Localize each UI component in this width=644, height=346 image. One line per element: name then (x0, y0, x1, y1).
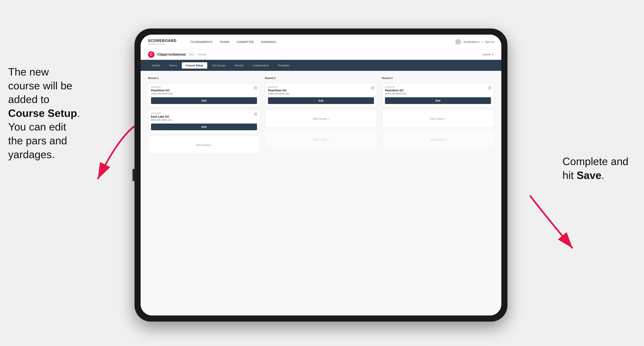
tabs-bar: Details Teams Course Setup Tee Groups Re… (140, 60, 501, 71)
round-1-course-a-tee: Yellow (M) (6629 yds) (151, 92, 257, 95)
cancel-x-icon: ✕ (492, 53, 494, 56)
round-3-course-a-name: Peachtree GC (385, 89, 491, 92)
tab-course-setup[interactable]: Course Setup (182, 62, 207, 69)
tablet-screen: SCOREBOARD Powered by clippd TOURNAMENTS… (140, 35, 501, 316)
round-2-course-a-edit-button[interactable]: Edit (268, 97, 374, 104)
round-3-add-course-disabled-button: Add Course + (382, 130, 494, 149)
tournament-bar: C Clippd Invitational Men Hosting Cancel… (140, 49, 501, 60)
annotation-left: The new course will be added to Course S… (8, 65, 84, 162)
round-1-course-b-tag: (Course B) (151, 112, 257, 114)
round-2-course-a-options-button[interactable]: ⊟ (370, 85, 375, 90)
tablet-frame: SCOREBOARD Powered by clippd TOURNAMENTS… (134, 28, 508, 322)
tab-tee-groups[interactable]: Tee Groups (208, 62, 230, 69)
round-3-course-a-options-button[interactable]: ⊟ (487, 85, 492, 90)
round-1-course-a-card: ⊟ (Course A) Peachtree GC Yellow (M) (66… (148, 83, 260, 107)
tournament-gender-badge: Men (188, 53, 196, 56)
top-nav: SCOREBOARD Powered by clippd TOURNAMENTS… (140, 35, 501, 49)
nav-right: blair@clippd.io | Sign out (455, 39, 494, 45)
round-3-add-course-disabled-label: Add Course + (430, 138, 446, 141)
round-2-course-a-tag: (Course A) (268, 86, 374, 88)
round-3-add-course-button[interactable]: Add Course + (382, 110, 494, 128)
round-2-add-course-label: Add Course + (313, 117, 329, 120)
tab-leaderboards[interactable]: Leaderboards (248, 62, 273, 69)
round-2-add-course-disabled-button: Add Course + (265, 130, 377, 149)
round-3-course-a-tee: Yellow (M) (6629 yds) (385, 92, 491, 95)
round-2-course-a-card: ⊟ (Course A) Peachtree GC Yellow (M) (66… (265, 83, 377, 107)
nav-separator: | (482, 40, 482, 43)
round-2-label: Round 2 (265, 77, 377, 80)
round-2-course-a-tee: Yellow (M) (6629 yds) (268, 92, 374, 95)
round-1-add-course-button[interactable]: Add Course + (148, 136, 260, 154)
annotation-right: Complete and hit Save. (562, 155, 632, 182)
round-1-add-course-label: Add Course + (196, 144, 212, 147)
round-3-label: Round 3 (382, 77, 494, 80)
round-2-column: Round 2 ⊟ (Course A) Peachtree GC Yellow… (265, 77, 377, 154)
round-3-course-a-card: ⊟ (Course A) Peachtree GC Yellow (M) (66… (382, 83, 494, 107)
nav-links: TOURNAMENTS TEAMS COMMITTEE RANKINGS (190, 40, 446, 43)
nav-link-tournaments[interactable]: TOURNAMENTS (190, 40, 212, 43)
round-1-course-b-name: East Lake GC (151, 115, 257, 118)
round-1-course-b-options-button[interactable]: ⊟ (253, 112, 258, 116)
tab-printables[interactable]: Printables (274, 62, 294, 69)
round-3-course-a-tag: (Course A) (385, 86, 491, 88)
logo-sub: Powered by clippd (148, 43, 176, 45)
round-1-column: Round 1 ⊟ (Course A) Peachtree GC Yellow… (148, 77, 260, 154)
round-1-course-a-name: Peachtree GC (151, 89, 257, 92)
round-1-course-a-edit-button[interactable]: Edit (151, 97, 257, 104)
hosting-status: Hosting (198, 53, 206, 56)
nav-email: blair@clippd.io (464, 40, 480, 43)
tab-details[interactable]: Details (148, 62, 164, 69)
rounds-grid: Round 1 ⊟ (Course A) Peachtree GC Yellow… (148, 77, 494, 154)
nav-link-committee[interactable]: COMMITTEE (237, 40, 254, 43)
nav-link-teams[interactable]: TEAMS (220, 40, 230, 43)
tournament-name: Clippd Invitational (157, 53, 186, 56)
round-1-course-a-tag: (Course A) (151, 86, 257, 88)
tournament-logo: C (148, 51, 154, 58)
round-2-add-course-button[interactable]: Add Course + (265, 110, 377, 128)
sign-out-link[interactable]: Sign out (485, 40, 494, 43)
round-1-course-b-tee: Black (M) (6891 yds) (151, 119, 257, 121)
tablet-side-button (132, 169, 134, 181)
scoreboard-logo: SCOREBOARD Powered by clippd (148, 39, 176, 45)
round-3-column: Round 3 ⊟ (Course A) Peachtree GC Yellow… (382, 77, 494, 154)
round-3-add-course-label: Add Course + (430, 117, 446, 120)
round-2-add-course-disabled-label: Add Course + (313, 138, 329, 141)
tab-teams[interactable]: Teams (165, 62, 181, 69)
nav-link-rankings[interactable]: RANKINGS (261, 40, 276, 43)
main-content: Round 1 ⊟ (Course A) Peachtree GC Yellow… (140, 71, 501, 316)
round-1-course-b-edit-button[interactable]: Edit (151, 124, 257, 130)
round-1-course-a-options-button[interactable]: ⊟ (253, 85, 258, 90)
round-1-label: Round 1 (148, 77, 260, 80)
round-3-course-a-edit-button[interactable]: Edit (385, 97, 491, 104)
cancel-button[interactable]: Cancel ✕ (482, 53, 494, 56)
round-1-course-b-card: ⊟ (Course B) East Lake GC Black (M) (689… (148, 110, 260, 133)
arrow-right-icon (526, 191, 587, 252)
tab-results[interactable]: Results (231, 62, 248, 69)
app-container: SCOREBOARD Powered by clippd TOURNAMENTS… (140, 35, 501, 316)
round-2-course-a-name: Peachtree GC (268, 89, 374, 92)
nav-avatar (455, 39, 461, 45)
logo-title: SCOREBOARD (148, 39, 176, 43)
